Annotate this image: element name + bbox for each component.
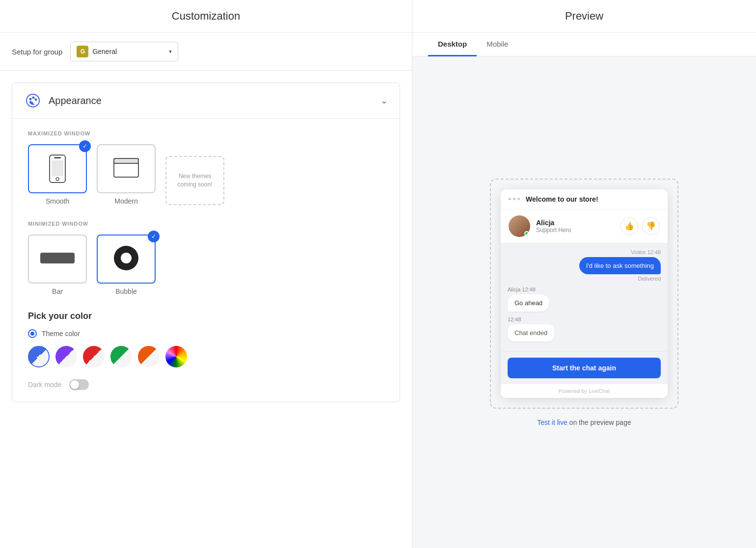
agent-info: Alicja Support Hero	[536, 219, 615, 234]
msg-delivered: Delivered	[638, 276, 661, 282]
chat-footer: Powered by LiveChat	[501, 384, 668, 398]
preview-content: Welcome to our store! Alicja Support Her…	[412, 56, 756, 548]
theme-modern[interactable]: Modern	[97, 144, 156, 205]
dark-mode-row: Dark mode	[28, 379, 384, 390]
minimized-label: MINIMIZED WINDOW	[28, 221, 384, 227]
chat-agent-bar: Alicja Support Hero 👍 👎	[501, 209, 668, 243]
bubble-icon	[113, 245, 139, 273]
dot-2	[513, 198, 515, 200]
theme-smooth[interactable]: ✓ Smooth	[28, 144, 87, 205]
msg-visitor-1: Visitor 12:48 I'd like to ask something …	[508, 249, 661, 282]
chat-window: Welcome to our store! Alicja Support Her…	[501, 189, 668, 398]
theme-bubble[interactable]: ✓ Bubble	[97, 235, 156, 295]
msg-agent-time: Alicja 12:48	[508, 287, 536, 292]
appearance-header[interactable]: Appearance ⌄	[12, 83, 400, 118]
appearance-header-left: Appearance	[24, 92, 102, 109]
collapse-icon: ⌄	[380, 95, 388, 106]
left-title: Customization	[0, 0, 412, 33]
agent-name: Alicja	[536, 219, 615, 227]
new-themes-text: New themes coming soon!	[166, 168, 223, 193]
test-link-post: on the preview page	[567, 418, 631, 426]
setup-label: Setup for group	[12, 48, 62, 56]
powered-by-text: Powered by LiveChat	[559, 388, 610, 394]
chat-welcome: Welcome to our store!	[526, 195, 598, 203]
thumbs-down-btn[interactable]: 👎	[642, 217, 660, 235]
test-it-live-link[interactable]: Test it live	[537, 418, 567, 426]
theme-smooth-label: Smooth	[46, 197, 69, 205]
theme-bar-box[interactable]	[28, 235, 87, 284]
preview-test-link: Test it live on the preview page	[537, 418, 631, 426]
msg-visitor-time: Visitor 12:48	[631, 249, 661, 255]
svg-point-12	[121, 253, 132, 263]
msg-bubble-visitor: I'd like to ask something	[579, 257, 661, 274]
swatch-green[interactable]	[110, 346, 132, 367]
msg-system-time: 12:48	[508, 316, 521, 322]
tab-mobile[interactable]: Mobile	[477, 33, 518, 56]
msg-agent-1: Alicja 12:48 Go ahead	[508, 287, 661, 312]
chat-dots	[509, 198, 520, 200]
maximized-label: MAXIMIZED WINDOW	[28, 130, 384, 136]
online-indicator	[524, 231, 529, 236]
appearance-title: Appearance	[49, 95, 102, 106]
theme-bubble-box[interactable]: ✓	[97, 235, 156, 284]
start-chat-button[interactable]: Start the chat again	[508, 358, 661, 378]
modern-window-icon	[113, 157, 139, 180]
dark-mode-label: Dark mode	[28, 381, 61, 389]
left-panel: Customization Setup for group G General …	[0, 0, 412, 548]
svg-rect-10	[40, 253, 75, 263]
tab-desktop[interactable]: Desktop	[428, 33, 477, 56]
right-title: Preview	[412, 0, 756, 33]
svg-rect-6	[52, 160, 63, 176]
chat-messages: Visitor 12:48 I'd like to ask something …	[501, 243, 668, 351]
chat-top-bar: Welcome to our store!	[501, 189, 668, 209]
color-option-row: Theme color	[28, 329, 384, 338]
check-badge-smooth: ✓	[79, 140, 91, 152]
svg-point-1	[29, 98, 32, 101]
theme-smooth-box[interactable]: ✓	[28, 144, 87, 193]
chevron-down-icon: ▾	[169, 48, 172, 55]
msg-bubble-agent: Go ahead	[508, 294, 549, 312]
smooth-phone-icon	[48, 155, 67, 183]
swatch-red[interactable]	[83, 346, 105, 367]
dot-3	[517, 198, 520, 200]
thumbs-up-btn[interactable]: 👍	[621, 217, 638, 235]
appearance-body: MAXIMIZED WINDOW ✓	[12, 118, 400, 402]
theme-color-radio[interactable]	[28, 329, 37, 338]
radio-inner	[30, 332, 34, 336]
svg-point-7	[56, 178, 59, 181]
svg-rect-9	[114, 158, 138, 163]
svg-point-0	[27, 94, 39, 107]
swatch-orange[interactable]	[138, 346, 160, 367]
palette-icon	[24, 92, 42, 109]
minimized-theme-options: Bar ✓ Bubble	[28, 235, 384, 295]
group-name: General	[92, 48, 165, 55]
theme-bar[interactable]: Bar	[28, 235, 87, 295]
theme-modern-box[interactable]	[97, 144, 156, 193]
color-swatches: ✓	[28, 346, 384, 367]
svg-point-2	[32, 97, 35, 99]
swatch-rainbow[interactable]	[165, 346, 187, 367]
theme-modern-label: Modern	[114, 197, 137, 205]
theme-new: New themes coming soon!	[165, 156, 224, 205]
msg-system-1: 12:48 Chat ended	[508, 316, 661, 341]
dot-1	[509, 198, 511, 200]
setup-bar: Setup for group G General ▾	[0, 33, 412, 71]
bar-icon	[40, 253, 75, 265]
pick-color-title: Pick your color	[28, 311, 384, 321]
svg-point-3	[35, 99, 37, 101]
left-content: Appearance ⌄ MAXIMIZED WINDOW ✓	[0, 71, 412, 548]
swatch-purple[interactable]	[55, 346, 77, 367]
group-select[interactable]: G General ▾	[70, 42, 178, 61]
chat-preview-outer: Welcome to our store! Alicja Support Her…	[490, 179, 678, 409]
agent-actions: 👍 👎	[621, 217, 660, 235]
svg-rect-5	[54, 157, 61, 158]
maximized-theme-options: ✓ Smooth	[28, 144, 384, 205]
right-panel: Preview Desktop Mobile Welcome to our st…	[412, 0, 756, 548]
preview-tabs: Desktop Mobile	[412, 33, 756, 56]
theme-new-box: New themes coming soon!	[165, 156, 224, 205]
agent-avatar	[509, 215, 530, 237]
swatch-blue[interactable]: ✓	[28, 346, 50, 367]
chat-cta: Start the chat again	[501, 351, 668, 384]
dark-mode-toggle[interactable]	[69, 379, 89, 390]
agent-role: Support Hero	[536, 227, 615, 234]
